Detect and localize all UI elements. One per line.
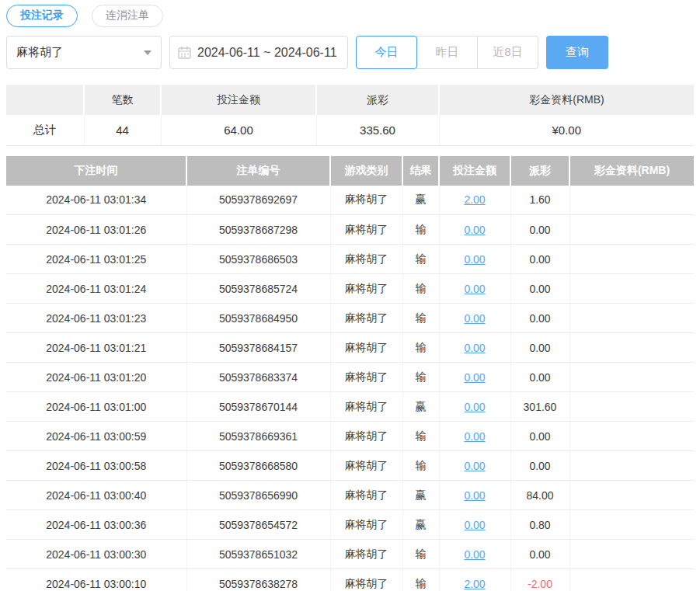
cell-bonus bbox=[569, 510, 694, 540]
summary-total-bonus: ¥0.00 bbox=[439, 115, 694, 145]
cell-result: 输 bbox=[402, 333, 439, 363]
cell-result: 赢 bbox=[402, 481, 439, 510]
cell-time: 2024-06-11 03:00:59 bbox=[6, 422, 186, 451]
table-row: 2024-06-11 03:01:265059378687298麻将胡了输0.0… bbox=[6, 215, 694, 245]
cell-order-id: 5059378687298 bbox=[186, 215, 330, 245]
cell-bonus bbox=[569, 215, 694, 245]
cell-payout: 0.00 bbox=[510, 215, 569, 245]
bet-amount-link[interactable]: 0.00 bbox=[464, 548, 485, 561]
cell-bonus bbox=[569, 363, 694, 392]
cell-order-id: 5059378668580 bbox=[186, 451, 330, 481]
game-type-select[interactable]: 麻将胡了 bbox=[6, 36, 162, 69]
cell-time: 2024-06-11 03:01:25 bbox=[6, 245, 186, 274]
summary-header-row: 笔数 投注金额 派彩 彩金资料(RMB) bbox=[6, 85, 694, 115]
cell-bonus bbox=[569, 540, 694, 569]
cell-game: 麻将胡了 bbox=[330, 363, 402, 392]
cell-bet: 0.00 bbox=[439, 333, 510, 363]
tab-betting-records[interactable]: 投注记录 bbox=[6, 5, 78, 27]
header-game-type: 游戏类别 bbox=[330, 156, 402, 186]
bet-amount-link[interactable]: 0.00 bbox=[464, 312, 485, 325]
bet-amount-link[interactable]: 0.00 bbox=[464, 401, 485, 413]
table-row: 2024-06-11 03:00:405059378656990麻将胡了赢0.0… bbox=[6, 481, 694, 510]
cell-bet: 0.00 bbox=[439, 481, 510, 510]
bet-amount-link[interactable]: 0.00 bbox=[464, 224, 485, 236]
cell-time: 2024-06-11 03:01:00 bbox=[6, 392, 186, 422]
cell-bet: 0.00 bbox=[439, 215, 510, 245]
cell-result: 输 bbox=[402, 363, 439, 392]
bet-amount-link[interactable]: 0.00 bbox=[464, 283, 485, 295]
bet-amount-link[interactable]: 2.00 bbox=[464, 193, 485, 206]
summary-header-payout: 派彩 bbox=[316, 85, 439, 115]
table-row: 2024-06-11 03:01:255059378686503麻将胡了输0.0… bbox=[6, 245, 694, 274]
cell-result: 赢 bbox=[402, 186, 439, 215]
cell-order-id: 5059378684157 bbox=[186, 333, 330, 363]
tabs-row: 投注记录 连消注单 bbox=[6, 4, 694, 27]
yesterday-button[interactable]: 昨日 bbox=[416, 36, 478, 69]
table-row: 2024-06-11 03:01:245059378685724麻将胡了输0.0… bbox=[6, 274, 694, 304]
cell-time: 2024-06-11 03:00:10 bbox=[6, 569, 186, 591]
bet-amount-link[interactable]: 0.00 bbox=[464, 489, 485, 502]
cell-bet: 0.00 bbox=[439, 451, 510, 481]
bet-amount-link[interactable]: 0.00 bbox=[464, 253, 485, 266]
cell-game: 麻将胡了 bbox=[330, 245, 402, 274]
cell-time: 2024-06-11 03:00:58 bbox=[6, 451, 186, 481]
summary-total-bet-amount: 64.00 bbox=[161, 115, 316, 145]
cell-payout: 84.00 bbox=[510, 481, 569, 510]
cell-order-id: 5059378651032 bbox=[186, 540, 330, 569]
last-8-days-button[interactable]: 近8日 bbox=[477, 36, 538, 69]
cell-bet: 0.00 bbox=[439, 540, 510, 569]
summary-header-bet-amount: 投注金额 bbox=[161, 85, 316, 115]
cell-bet: 0.00 bbox=[439, 304, 510, 333]
today-button[interactable]: 今日 bbox=[356, 36, 417, 69]
tab-cancelled-orders[interactable]: 连消注单 bbox=[92, 5, 163, 27]
summary-total-label: 总计 bbox=[6, 115, 84, 145]
cell-bet: 2.00 bbox=[439, 186, 510, 215]
cell-order-id: 5059378683374 bbox=[186, 363, 330, 392]
game-type-select-value: 麻将胡了 bbox=[16, 45, 63, 60]
summary-header-empty bbox=[6, 85, 84, 115]
bet-amount-link[interactable]: 0.00 bbox=[464, 430, 485, 443]
cell-order-id: 5059378684950 bbox=[186, 304, 330, 333]
cell-game: 麻将胡了 bbox=[330, 540, 402, 569]
table-row: 2024-06-11 03:01:345059378692697麻将胡了赢2.0… bbox=[6, 186, 694, 215]
summary-total-count: 44 bbox=[84, 115, 161, 145]
cell-game: 麻将胡了 bbox=[330, 304, 402, 333]
bet-table-header-row: 下注时间 注单编号 游戏类别 结果 投注金额 派彩 彩金资料(RMB) bbox=[6, 156, 694, 186]
bet-amount-link[interactable]: 2.00 bbox=[464, 578, 485, 590]
cell-order-id: 5059378692697 bbox=[186, 186, 330, 215]
quick-date-button-group: 今日 昨日 近8日 bbox=[356, 36, 538, 69]
cell-bonus bbox=[569, 333, 694, 363]
cell-payout: 0.00 bbox=[510, 245, 569, 274]
cell-result: 输 bbox=[402, 215, 439, 245]
header-bet-time: 下注时间 bbox=[6, 156, 186, 186]
cell-time: 2024-06-11 03:01:34 bbox=[6, 186, 186, 215]
cell-order-id: 5059378670144 bbox=[186, 392, 330, 422]
bet-amount-link[interactable]: 0.00 bbox=[464, 519, 485, 531]
cell-order-id: 5059378656990 bbox=[186, 481, 330, 510]
table-row: 2024-06-11 03:00:305059378651032麻将胡了输0.0… bbox=[6, 540, 694, 569]
search-button[interactable]: 查询 bbox=[546, 36, 608, 69]
table-row: 2024-06-11 03:01:005059378670144麻将胡了赢0.0… bbox=[6, 392, 694, 422]
header-payout: 派彩 bbox=[510, 156, 569, 186]
cell-payout: 301.60 bbox=[510, 392, 569, 422]
table-row: 2024-06-11 03:00:365059378654572麻将胡了赢0.0… bbox=[6, 510, 694, 540]
cell-payout: -2.00 bbox=[510, 569, 569, 591]
cell-bet: 0.00 bbox=[439, 245, 510, 274]
bet-amount-link[interactable]: 0.00 bbox=[464, 460, 485, 472]
chevron-down-icon bbox=[144, 50, 151, 55]
cell-time: 2024-06-11 03:00:30 bbox=[6, 540, 186, 569]
bet-table-body: 2024-06-11 03:01:345059378692697麻将胡了赢2.0… bbox=[6, 186, 694, 591]
cell-order-id: 5059378638278 bbox=[186, 569, 330, 591]
header-bet-amount: 投注金额 bbox=[439, 156, 510, 186]
cell-payout: 1.60 bbox=[510, 186, 569, 215]
cell-result: 输 bbox=[402, 451, 439, 481]
cell-bonus bbox=[569, 304, 694, 333]
cell-payout: 0.00 bbox=[510, 363, 569, 392]
table-row: 2024-06-11 03:01:235059378684950麻将胡了输0.0… bbox=[6, 304, 694, 333]
bet-amount-link[interactable]: 0.00 bbox=[464, 371, 485, 384]
bet-amount-link[interactable]: 0.00 bbox=[464, 342, 485, 354]
date-range-input[interactable]: 2024-06-11 ~ 2024-06-11 bbox=[169, 36, 348, 69]
cell-game: 麻将胡了 bbox=[330, 510, 402, 540]
cell-bonus bbox=[569, 245, 694, 274]
cell-bonus bbox=[569, 481, 694, 510]
